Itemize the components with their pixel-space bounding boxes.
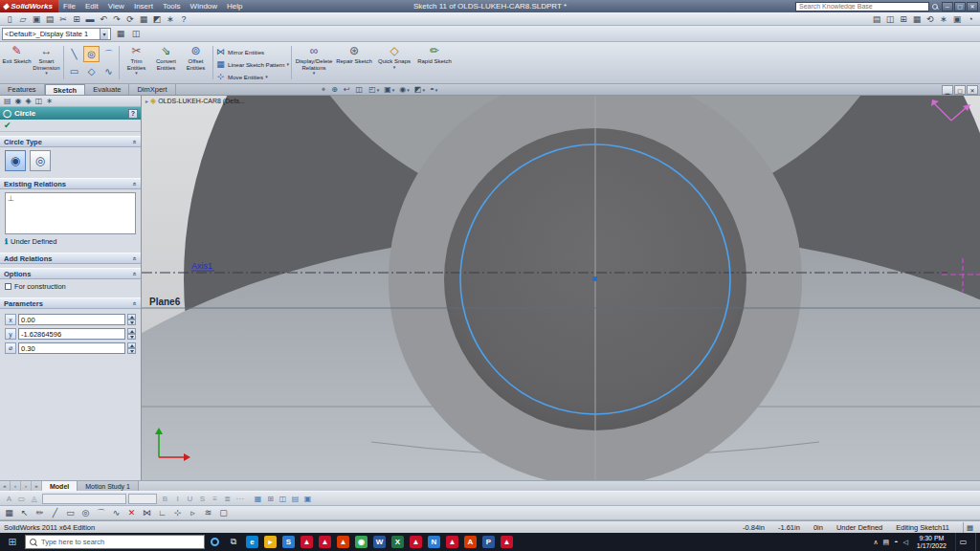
toolbar-icon[interactable]: ⟲	[924, 13, 937, 25]
sketch-circle-center-point[interactable]	[592, 276, 597, 281]
taskbar-app-button[interactable]: S	[279, 533, 298, 551]
toolbar-icon[interactable]: ▤	[870, 13, 883, 25]
display-state-dropdown[interactable]: <Default>_Display State 1 ▾	[2, 28, 111, 40]
taskbar-app-button[interactable]: ▲	[298, 533, 316, 551]
panel-tab-icon[interactable]: ◫	[35, 97, 43, 105]
document-tab[interactable]: Motion Study 1	[78, 481, 139, 491]
plane6-label[interactable]: Plane6	[149, 297, 181, 307]
menu-item[interactable]: Tools	[158, 2, 186, 11]
sketch-entity-tool-button[interactable]: ⌒	[100, 46, 117, 62]
view-tool-button[interactable]: ◫	[354, 84, 367, 95]
text-style-button[interactable]: U	[184, 493, 196, 504]
view-tool-button[interactable]: ◓ ▾	[428, 84, 439, 95]
parameter-input[interactable]: -1.62864596	[18, 328, 125, 340]
menu-item[interactable]: Window	[186, 2, 222, 11]
toolbar-icon[interactable]: ⊞	[70, 13, 83, 25]
search-icon[interactable]	[931, 3, 939, 11]
menu-item[interactable]: View	[103, 2, 129, 11]
window-control-button[interactable]: ─	[942, 2, 953, 11]
toolbar-icon[interactable]: ◔	[964, 13, 977, 25]
ribbon-button[interactable]: ✏ Rapid Sketch	[414, 43, 455, 82]
taskbar-app-button[interactable]: ▸	[261, 533, 279, 551]
ribbon-button[interactable]: ∞ Display/Delete Relations ▾	[294, 43, 334, 82]
tray-icon[interactable]: ◓	[894, 539, 898, 546]
toolbar-icon[interactable]: ▣	[30, 13, 43, 25]
sketch-tool-button[interactable]: ≋	[202, 507, 214, 518]
sketch-tool-button[interactable]: ◎	[79, 507, 92, 518]
circle-type-button[interactable]: ◎	[30, 150, 51, 171]
ribbon-button[interactable]: ✂ Trim Entities ▾	[122, 43, 151, 82]
view-tool-button[interactable]: ⊕	[329, 84, 341, 95]
view-tool-button[interactable]: ◩ ▾	[412, 84, 427, 95]
format-icon[interactable]: A	[3, 493, 15, 504]
menu-item[interactable]: Insert	[129, 2, 158, 11]
relations-listbox[interactable]: ⊥	[5, 192, 136, 234]
panel-tab-icon[interactable]: ◉	[15, 97, 22, 105]
ribbon-button[interactable]: ⊚ Offset Entities	[181, 43, 211, 82]
section-header[interactable]: Existing Relations	[0, 178, 141, 189]
ribbon-button[interactable]: ✎ Exit Sketch	[2, 43, 32, 82]
sketch-tool-button[interactable]: ▦	[3, 507, 15, 518]
sketch-tool-button[interactable]: ⋈	[141, 507, 153, 518]
document-window-button[interactable]: ▢	[954, 85, 966, 95]
ribbon-button[interactable]: ↔ Smart Dimension ▾	[32, 43, 61, 82]
view-tool-button[interactable]: ◉ ▾	[397, 84, 412, 95]
graphics-viewport[interactable]: Axis1 Plane6 ▸ ◈ OLDS	[142, 96, 980, 480]
toolbar-icon[interactable]: ▦	[137, 13, 150, 25]
toolbar-icon[interactable]: ◫	[129, 28, 143, 39]
taskbar-app-button[interactable]: P	[479, 533, 498, 551]
circle-type-button[interactable]: ◉	[5, 150, 26, 171]
document-tab[interactable]: Model	[42, 481, 78, 491]
section-header[interactable]: Options	[0, 268, 141, 279]
tray-icon[interactable]: ◁	[902, 539, 907, 546]
menu-item[interactable]: File	[58, 2, 80, 11]
taskbar-app-button[interactable]: ▲	[334, 533, 352, 551]
axis1-label[interactable]: Axis1	[191, 261, 212, 271]
format-icon[interactable]: ▭	[15, 493, 28, 504]
grid-snap-button[interactable]: ▣	[301, 493, 314, 504]
toolbar-icon[interactable]: ◫	[883, 13, 897, 25]
help-button[interactable]: ?	[128, 109, 138, 119]
tray-icon[interactable]: ▤	[883, 539, 890, 546]
ribbon-row-button[interactable]: ▦ Linear Sketch Pattern ▾	[215, 58, 289, 70]
feature-tree-flyout[interactable]: ▸ ◈ OLDS-LUKEH-CAR8 (Defa...	[145, 97, 245, 105]
command-tab[interactable]: Sketch	[45, 84, 86, 95]
font-name-combo[interactable]	[42, 494, 126, 504]
taskbar-app-button[interactable]: ▲	[316, 533, 334, 551]
tab-nav-button[interactable]: «	[0, 481, 11, 491]
tab-nav-button[interactable]: ‹	[11, 481, 21, 491]
command-tab[interactable]: DimXpert	[129, 84, 175, 95]
toolbar-icon[interactable]: ▦	[910, 13, 924, 25]
for-construction-checkbox[interactable]	[5, 283, 11, 290]
text-style-button[interactable]: ⋯	[234, 493, 246, 504]
start-button[interactable]: ⊞	[0, 533, 25, 551]
sketch-entity-tool-button[interactable]: ∿	[100, 63, 117, 79]
view-tool-button[interactable]: ⌖	[320, 84, 329, 95]
sketch-tool-button[interactable]: ▭	[64, 507, 77, 518]
grid-snap-button[interactable]: ▤	[289, 493, 301, 504]
sketch-tool-button[interactable]: ▹	[187, 507, 199, 518]
parameter-spinner[interactable]	[127, 328, 136, 340]
menu-item[interactable]: Edit	[80, 2, 103, 11]
ribbon-row-button[interactable]: ⋈ Mirror Entities	[215, 46, 289, 57]
notification-center-button[interactable]: ▭	[955, 533, 970, 551]
toolbar-icon[interactable]: ▯	[3, 13, 16, 25]
parameter-input[interactable]: 0.30	[18, 342, 125, 354]
sketch-entity-tool-button[interactable]: ◎	[83, 46, 100, 62]
sketch-entity-tool-button[interactable]: ▭	[66, 63, 82, 79]
toolbar-icon[interactable]: ▦	[114, 28, 127, 39]
taskbar-clock[interactable]: 9:30 PM 1/17/2022	[913, 535, 950, 550]
parameter-input[interactable]: 0.00	[18, 314, 125, 325]
toolbar-icon[interactable]: ↶	[97, 13, 110, 25]
sketch-tool-button[interactable]: ⊹	[171, 507, 184, 518]
parameter-spinner[interactable]	[127, 342, 136, 354]
sketch-entity-tool-button[interactable]: ╲	[66, 46, 82, 62]
command-tab[interactable]: Features	[0, 84, 45, 95]
ok-check-icon[interactable]: ✔	[4, 121, 11, 130]
tab-nav-button[interactable]: ›	[21, 481, 32, 491]
taskbar-app-button[interactable]: W	[370, 533, 389, 551]
grid-snap-button[interactable]: ◫	[277, 493, 289, 504]
panel-tab-icon[interactable]: ∗	[46, 97, 53, 105]
taskbar-app-button[interactable]: e	[243, 533, 261, 551]
toolbar-icon[interactable]: ∗	[164, 13, 177, 25]
